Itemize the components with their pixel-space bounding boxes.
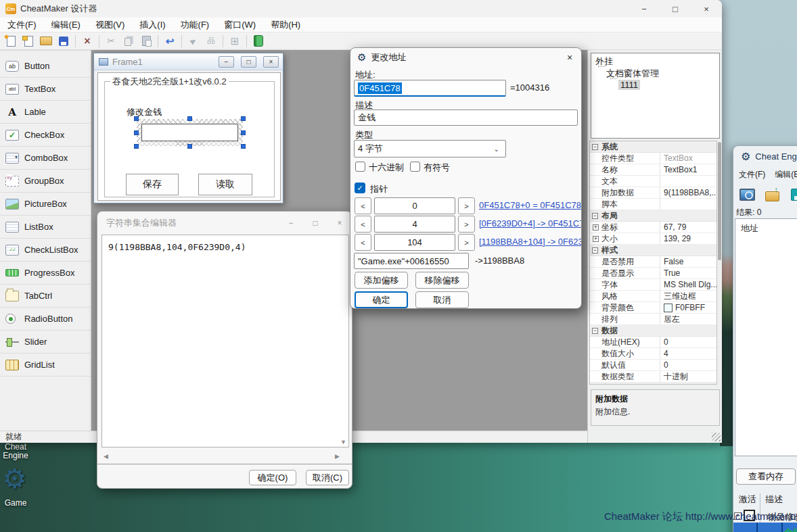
description-column-header[interactable]: 描述 xyxy=(765,493,783,506)
offset-increase-button[interactable]: > xyxy=(458,197,475,214)
offset-increase-button[interactable]: > xyxy=(458,216,475,233)
pointer-resolve-link-2[interactable]: [1198BBA8+104] -> 0F6239D0 xyxy=(479,237,582,247)
toolbox-item-listbox[interactable]: ListBox xyxy=(0,216,91,239)
open-table-icon[interactable] xyxy=(762,185,782,204)
menu-window[interactable]: 窗口(W) xyxy=(217,19,263,31)
string-editor-ok-button[interactable]: 确定(O) xyxy=(249,470,296,485)
maximize-button[interactable]: □ xyxy=(660,0,691,18)
selected-textbox-control[interactable] xyxy=(137,119,243,146)
selection-handle-s[interactable] xyxy=(187,144,192,149)
scroll-down-icon[interactable]: ▼ xyxy=(340,439,346,445)
selection-handle-n[interactable] xyxy=(187,116,192,121)
offset-input-2[interactable]: 104 xyxy=(374,234,455,251)
address-column-header[interactable]: 地址 xyxy=(735,219,797,235)
desktop-icon-cheat-engine-label[interactable]: Cheat Engine xyxy=(0,443,33,460)
pointer-checkbox[interactable]: ✓ xyxy=(355,183,365,193)
expand-icon[interactable] xyxy=(593,236,599,242)
hierarchy-icon[interactable] xyxy=(203,34,219,49)
remove-offset-button[interactable]: 移除偏移 xyxy=(415,272,469,289)
tree-node-selected-item[interactable]: 1111 xyxy=(618,80,640,90)
toolbox-item-radiobutton[interactable]: RadioButton xyxy=(0,308,91,331)
selection-handle-e[interactable] xyxy=(241,130,246,135)
string-editor-maximize-button[interactable]: □ xyxy=(303,212,327,234)
string-editor-textarea[interactable]: 9(1198BBA8,104,0F6239D0,4) xyxy=(101,235,349,448)
base-address-input[interactable]: "Game.exe"+00616550 xyxy=(354,253,469,269)
toolbox-item-gridlist[interactable]: GridList xyxy=(0,354,91,377)
ce-menu-file[interactable]: 文件(F) xyxy=(739,169,765,180)
property-row[interactable]: 字体MS Shell Dlg... xyxy=(590,279,716,291)
cheat-engine-gear-icon[interactable]: ⚙ xyxy=(3,464,27,493)
copy-icon[interactable] xyxy=(120,34,137,49)
toolbox-item-lable[interactable]: Lable xyxy=(0,101,91,124)
frame1-close-button[interactable]: × xyxy=(263,56,279,68)
string-editor-cancel-button[interactable]: 取消(C) xyxy=(306,470,349,485)
toolbox-item-tabctrl[interactable]: TabCtrl xyxy=(0,285,91,308)
offset-input-1[interactable]: 4 xyxy=(374,216,455,233)
menu-edit[interactable]: 编辑(E) xyxy=(44,19,88,31)
offset-decrease-button[interactable]: < xyxy=(355,234,371,251)
menu-function[interactable]: 功能(F) xyxy=(173,19,217,31)
main-titlebar[interactable]: Cm CheatMaker 设计器 − □ × xyxy=(0,0,722,18)
designed-groupbox[interactable]: 吞食天地2完全版1+1改v6.0.2 修改金钱 保存 读取 xyxy=(104,81,275,197)
scan-result-list[interactable]: 地址 xyxy=(735,218,797,456)
property-row[interactable]: 地址(HEX)0 xyxy=(590,337,716,348)
new-form-icon[interactable] xyxy=(20,34,37,49)
cancel-button[interactable]: 取消 xyxy=(415,291,469,308)
property-row[interactable]: 大小139, 29 xyxy=(590,233,716,245)
grid-icon[interactable] xyxy=(227,34,243,49)
property-row[interactable]: 附加数据9(1198BBA8,... xyxy=(590,187,716,199)
toolbox-item-button[interactable]: Button xyxy=(0,55,91,78)
toolbox-item-slider[interactable]: Slider xyxy=(0,331,91,354)
selection-handle-ne[interactable] xyxy=(241,116,246,121)
frame1-titlebar[interactable]: Frame1 − □ × xyxy=(94,53,283,70)
menu-file[interactable]: 文件(F) xyxy=(0,19,44,31)
property-category-layout[interactable]: 布局 xyxy=(590,210,716,222)
pointer-resolve-link-0[interactable]: 0F451C78+0 = 0F451C78 xyxy=(479,200,581,210)
property-grid-scrollbar[interactable] xyxy=(717,141,722,385)
property-row[interactable]: 文本 xyxy=(590,176,716,187)
string-editor-minimize-button[interactable]: − xyxy=(279,212,303,234)
selected-cheat-row[interactable]: 金钱 xyxy=(733,523,797,532)
property-category-system[interactable]: 系统 xyxy=(590,141,716,153)
frame1-maximize-button[interactable]: □ xyxy=(241,56,256,68)
save-table-icon[interactable] xyxy=(787,185,797,204)
menu-help[interactable]: 帮助(H) xyxy=(263,19,308,31)
property-row-bgcolor[interactable]: 背景颜色F0FBFF xyxy=(590,302,716,314)
new-file-icon[interactable] xyxy=(3,34,19,49)
open-icon[interactable] xyxy=(38,34,54,49)
hex-checkbox[interactable] xyxy=(355,162,365,172)
frame1-minimize-button[interactable]: − xyxy=(219,56,234,68)
delete-icon[interactable] xyxy=(79,34,95,49)
selection-handle-nw[interactable] xyxy=(134,116,139,121)
offset-increase-button[interactable]: > xyxy=(458,234,475,251)
hex-checkbox-label[interactable]: 十六进制 xyxy=(369,162,404,174)
close-button[interactable]: × xyxy=(691,0,722,18)
minimize-button[interactable]: − xyxy=(629,0,660,18)
designed-label[interactable]: 修改金钱 xyxy=(127,106,162,118)
string-editor-titlebar[interactable]: 字符串集合编辑器 − □ × xyxy=(97,212,352,234)
property-row[interactable]: 数据类型十进制 xyxy=(590,371,716,383)
save-icon[interactable] xyxy=(55,34,72,49)
description-input[interactable]: 金钱 xyxy=(354,110,578,126)
offset-decrease-button[interactable]: < xyxy=(355,216,371,233)
toolbox-item-picturebox[interactable]: PictureBox xyxy=(0,193,91,216)
property-row[interactable]: 控件类型TextBox xyxy=(590,153,716,164)
scroll-right-icon[interactable]: ▶ xyxy=(335,453,340,460)
collapse-icon[interactable] xyxy=(592,247,598,253)
scroll-left-icon[interactable]: ◀ xyxy=(104,453,108,460)
collapse-icon[interactable] xyxy=(592,328,598,334)
dialog-close-button[interactable]: × xyxy=(558,48,581,67)
book-icon[interactable] xyxy=(250,34,267,49)
tree-node-root[interactable]: 外挂 xyxy=(595,55,613,68)
scrollbar-thumb[interactable] xyxy=(718,142,721,260)
property-row[interactable]: 脚本 xyxy=(590,199,716,210)
property-row[interactable]: 名称TextBox1 xyxy=(590,164,716,176)
paste-icon[interactable] xyxy=(138,34,154,49)
select-process-icon[interactable] xyxy=(737,185,757,204)
property-category-custom[interactable]: 定制 xyxy=(590,383,716,385)
add-offset-button[interactable]: 添加偏移 xyxy=(355,272,408,289)
resize-grip[interactable] xyxy=(712,433,721,441)
expand-icon[interactable] xyxy=(593,224,599,231)
selection-handle-se[interactable] xyxy=(241,144,246,149)
selection-handle-w[interactable] xyxy=(134,130,139,135)
